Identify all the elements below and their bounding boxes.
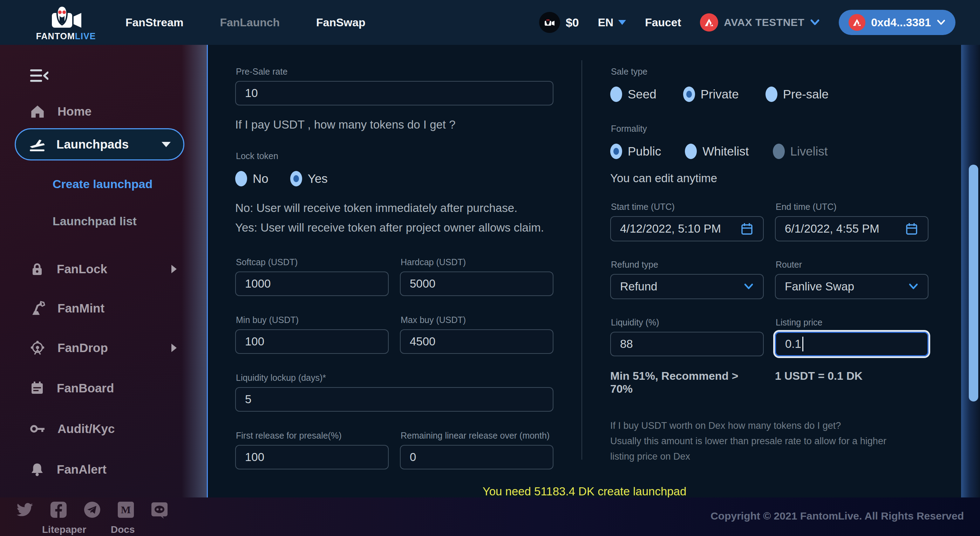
sidebar-collapse-button[interactable]	[29, 66, 177, 86]
radio-label: Private	[701, 87, 739, 101]
radio-label: Yes	[308, 172, 328, 186]
presale-rate-value: 10	[245, 87, 258, 100]
radio-sale-seed[interactable]: Seed	[610, 87, 657, 102]
chevron-down-icon	[618, 20, 626, 25]
column-divider	[581, 60, 582, 460]
liquidity-lockup-label: Liquidity lockup (days)*	[236, 373, 554, 383]
page-footer: M Litepaper Docs Copyright © 2021 Fantom…	[0, 498, 980, 536]
dex-note-line2: Usually this amount is lower than presal…	[610, 433, 891, 464]
radio-label: No	[253, 172, 269, 186]
faucet-link[interactable]: Faucet	[645, 16, 681, 29]
sidebar-item-fanalert[interactable]: FanAlert	[29, 460, 177, 479]
sidebar-item-fanmint[interactable]: FanMint	[29, 298, 177, 318]
remaining-release-input[interactable]: 0	[400, 445, 554, 469]
liquidity-lockup-input[interactable]: 5	[235, 387, 554, 412]
plane-takeoff-icon	[29, 136, 46, 152]
radio-selected-icon	[683, 87, 695, 102]
brand-logo[interactable]: FANTOMLIVE	[31, 4, 101, 41]
softcap-value: 1000	[245, 277, 270, 290]
softcap-label: Softcap (USDT)	[236, 257, 389, 267]
softcap-input[interactable]: 1000	[235, 271, 389, 296]
nav-fanlaunch[interactable]: FanLaunch	[220, 16, 280, 29]
refund-type-value: Refund	[620, 280, 657, 293]
avalanche-icon	[700, 13, 718, 32]
chevron-down-icon	[908, 282, 919, 291]
home-icon	[29, 103, 46, 119]
calendar-icon	[740, 222, 754, 236]
router-label: Router	[776, 260, 929, 270]
sidebar-item-label: Launchpads	[56, 137, 129, 151]
hardcap-label: Hardcap (USDT)	[401, 257, 554, 267]
sidebar-item-fanboard[interactable]: FanBoard	[29, 378, 177, 398]
sidebar-item-label: FanDrop	[57, 341, 108, 355]
create-launchpad-form: Pre-Sale rate 10 If I pay USDT , how man…	[207, 45, 980, 498]
radio-formality-livelist[interactable]: Livelist	[773, 144, 828, 159]
discord-icon[interactable]	[151, 501, 168, 519]
radio-sale-presale[interactable]: Pre-sale	[765, 87, 829, 102]
start-time-input[interactable]: 4/12/2022, 5:10 PM	[610, 216, 764, 241]
robot-arm-icon	[29, 300, 46, 316]
sidebar-item-fandrop[interactable]: FanDrop	[29, 338, 177, 358]
language-selector[interactable]: EN	[598, 16, 626, 29]
liquidity-value: 88	[620, 337, 633, 350]
router-select[interactable]: Fanlive Swap	[775, 274, 929, 299]
token-balance[interactable]: $0	[539, 12, 579, 33]
refund-type-select[interactable]: Refund	[610, 274, 764, 299]
litepaper-link[interactable]: Litepaper	[42, 524, 86, 535]
nav-fanswap[interactable]: FanSwap	[316, 16, 365, 29]
min-buy-value: 100	[245, 335, 264, 348]
radio-formality-public[interactable]: Public	[610, 144, 661, 159]
radio-label: Pre-sale	[783, 87, 829, 101]
medium-icon[interactable]: M	[117, 501, 135, 519]
primary-nav: FanStream FanLaunch FanSwap	[126, 16, 366, 29]
lock-icon	[29, 261, 45, 277]
first-release-value: 100	[245, 450, 264, 464]
radio-lock-no[interactable]: No	[235, 171, 269, 186]
radio-icon	[685, 144, 697, 159]
collapse-menu-icon	[29, 68, 48, 84]
sidebar-item-audit-kyc[interactable]: Audit/Kyc	[29, 419, 177, 439]
listing-price-input[interactable]: 0.1	[775, 332, 929, 356]
hardcap-input[interactable]: 5000	[400, 271, 554, 296]
first-release-input[interactable]: 100	[235, 445, 389, 469]
bell-icon	[29, 461, 45, 477]
radio-lock-yes[interactable]: Yes	[290, 171, 328, 186]
wallet-address-button[interactable]: 0xd4...3381	[839, 10, 956, 35]
facebook-icon[interactable]	[50, 501, 67, 519]
sidebar-item-label: FanMint	[57, 301, 105, 315]
calendar-icon	[905, 222, 919, 236]
sidebar: Home Launchpads Create launchpad Launchp…	[0, 45, 207, 498]
remaining-release-value: 0	[410, 450, 416, 464]
min-buy-label: Min buy (USDT)	[236, 315, 389, 325]
sidebar-item-label: FanAlert	[57, 462, 107, 476]
lock-token-label: Lock token	[236, 151, 554, 161]
radio-icon	[610, 87, 622, 102]
insufficient-balance-warning: You need 51183.4 DK create launchpad	[208, 485, 961, 498]
sale-type-label: Sale type	[611, 67, 929, 77]
formality-note: You can edit anytime	[610, 172, 929, 185]
radio-icon	[235, 171, 247, 186]
end-time-input[interactable]: 6/1/2022, 4:55 PM	[775, 216, 929, 241]
key-icon	[29, 421, 46, 437]
radio-formality-whitelist[interactable]: Whitelist	[685, 144, 749, 159]
scrollbar-thumb[interactable]	[969, 165, 978, 401]
sidebar-item-launchpads[interactable]: Launchpads	[15, 128, 185, 160]
presale-rate-input[interactable]: 10	[235, 81, 554, 105]
twitter-icon[interactable]	[16, 501, 33, 519]
sidebar-item-home[interactable]: Home	[29, 101, 177, 121]
lock-token-note-yes: Yes: User will receive token after proje…	[235, 218, 554, 238]
sidebar-subitem-create-launchpad[interactable]: Create launchpad	[52, 177, 153, 191]
min-buy-input[interactable]: 100	[235, 329, 389, 354]
network-selector[interactable]: AVAX TESTNET	[700, 13, 820, 32]
liquidity-input[interactable]: 88	[610, 332, 764, 356]
telegram-icon[interactable]	[83, 501, 101, 519]
max-buy-input[interactable]: 4500	[400, 329, 554, 354]
docs-link[interactable]: Docs	[111, 524, 135, 535]
sidebar-subitem-launchpad-list[interactable]: Launchpad list	[52, 214, 137, 228]
top-navbar: FANTOMLIVE FanStream FanLaunch FanSwap $…	[0, 0, 980, 45]
nav-fanstream[interactable]: FanStream	[126, 16, 183, 29]
chevron-down-icon	[810, 19, 820, 26]
sidebar-item-label: FanLock	[57, 262, 107, 276]
sidebar-item-fanlock[interactable]: FanLock	[29, 259, 177, 279]
radio-sale-private[interactable]: Private	[683, 87, 739, 102]
